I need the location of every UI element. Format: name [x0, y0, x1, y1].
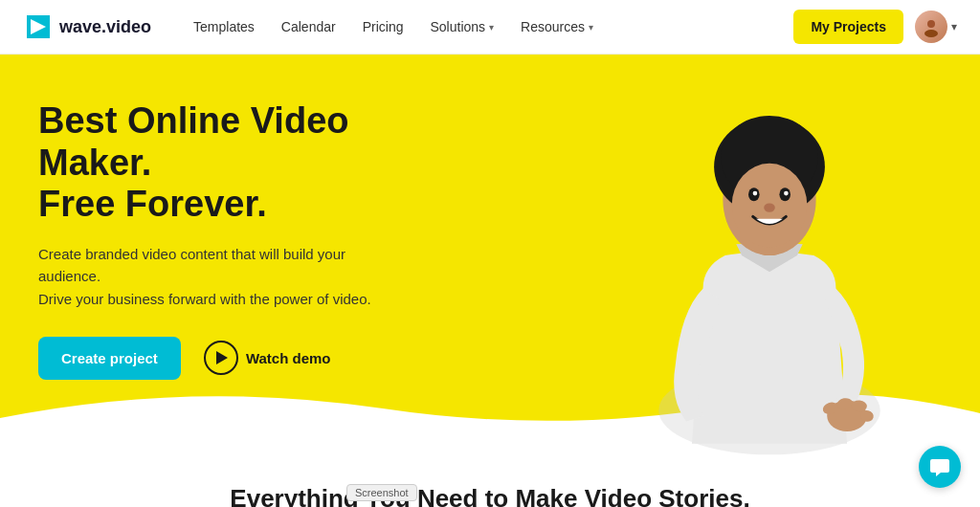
nav-calendar[interactable]: Calendar [270, 11, 347, 42]
svg-point-12 [753, 191, 758, 196]
bottom-title: Everything You Need to Make Video Storie… [230, 483, 749, 507]
svg-point-2 [927, 20, 935, 28]
person-illustration [559, 55, 980, 456]
chat-button[interactable] [919, 446, 961, 488]
nav-resources[interactable]: Resources ▾ [509, 11, 605, 42]
svg-point-13 [784, 191, 789, 196]
nav-templates[interactable]: Templates [182, 11, 266, 42]
nav-right: My Projects ▾ [793, 10, 957, 44]
avatar-icon [921, 16, 942, 37]
my-projects-button[interactable]: My Projects [793, 10, 903, 44]
screenshot-badge: Screenshot [346, 484, 417, 501]
resources-chevron-icon: ▾ [589, 22, 593, 33]
play-icon [204, 341, 238, 375]
logo[interactable]: wave.video [23, 11, 151, 42]
logo-text: wave.video [59, 17, 151, 37]
watch-demo-button[interactable]: Watch demo [204, 341, 331, 375]
chat-icon [929, 456, 950, 477]
svg-point-14 [764, 203, 775, 211]
nav-pricing[interactable]: Pricing [351, 11, 415, 42]
avatar-chevron-icon: ▾ [951, 20, 957, 33]
svg-point-3 [924, 30, 938, 37]
play-triangle [216, 351, 228, 364]
hero-content: Best Online Video Maker.Free Forever. Cr… [0, 55, 498, 456]
avatar [915, 11, 947, 43]
nav-links: Templates Calendar Pricing Solutions ▾ R… [182, 11, 793, 42]
watch-demo-label: Watch demo [246, 350, 331, 366]
hero-title: Best Online Video Maker.Free Forever. [38, 100, 459, 226]
nav-solutions[interactable]: Solutions ▾ [418, 11, 505, 42]
bottom-section: Everything You Need to Make Video Storie… [0, 456, 980, 507]
hero-section: Best Online Video Maker.Free Forever. Cr… [0, 55, 980, 456]
avatar-button[interactable]: ▾ [915, 11, 957, 43]
hero-subtitle: Create branded video content that will b… [38, 243, 402, 310]
logo-icon [23, 11, 54, 42]
create-project-button[interactable]: Create project [38, 337, 181, 380]
solutions-chevron-icon: ▾ [489, 22, 494, 33]
hero-image [559, 55, 980, 456]
hero-actions: Create project Watch demo [38, 337, 459, 380]
navbar: wave.video Templates Calendar Pricing So… [0, 0, 980, 55]
